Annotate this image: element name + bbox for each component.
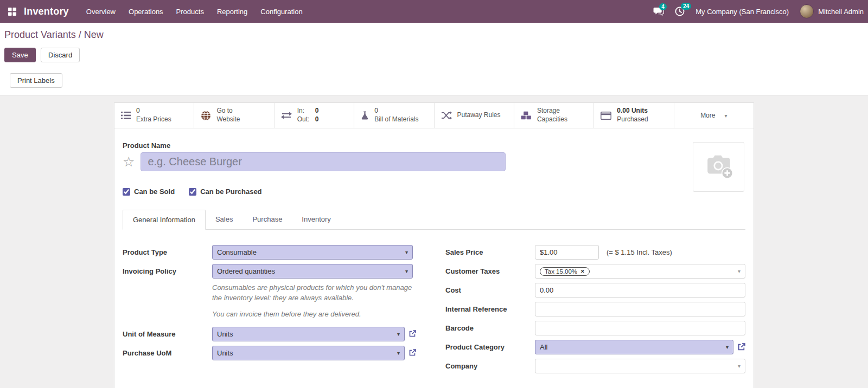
chevron-down-icon: ▾	[726, 344, 729, 350]
product-type-select[interactable]: Consumable ▾	[212, 245, 413, 260]
shuffle-icon	[441, 111, 452, 120]
apps-menu-icon[interactable]	[0, 7, 24, 16]
barcode-input[interactable]	[535, 321, 745, 335]
content-area: 0Extra Prices Go toWebsite In:0 Out:0 0B…	[0, 95, 868, 388]
uom-select[interactable]: Units ▾	[212, 327, 405, 341]
stat-button-putaway-rules[interactable]: Putaway Rules	[435, 103, 514, 128]
uom-label: Unit of Measure	[123, 330, 212, 338]
breadcrumb-parent[interactable]: Product Variants	[4, 29, 76, 40]
more-button[interactable]: More ▾	[674, 103, 754, 128]
stat-button-go-to-website[interactable]: Go toWebsite	[194, 103, 274, 128]
remove-tag-icon[interactable]: ✕	[580, 269, 585, 274]
stat-button-storage-capacities[interactable]: StorageCapacities	[514, 103, 594, 128]
customer-taxes-label: Customer Taxes	[445, 267, 535, 275]
form-left-column: Product Type Consumable ▾ Invoicing Poli…	[123, 245, 423, 365]
purchase-uom-external-link-icon[interactable]	[409, 349, 416, 357]
cubes-icon	[521, 111, 532, 120]
form-right-column: Sales Price (= $ 1.15 Incl. Taxes) Custo…	[445, 245, 745, 378]
product-type-label: Product Type	[123, 248, 212, 256]
user-menu[interactable]: Mitchell Admin	[800, 4, 864, 18]
menu-overview[interactable]: Overview	[80, 1, 122, 22]
internal-reference-input[interactable]	[535, 302, 745, 316]
invoicing-policy-label: Invoicing Policy	[123, 267, 212, 275]
tab-general-information[interactable]: General Information	[123, 210, 206, 230]
invoicing-help-text: You can invoice them before they are del…	[212, 309, 417, 320]
activities-button[interactable]: 24	[675, 7, 685, 16]
form-sheet: 0Extra Prices Go toWebsite In:0 Out:0 0B…	[114, 102, 754, 388]
invoicing-policy-select[interactable]: Ordered quantities ▾	[212, 264, 413, 279]
can-be-purchased-input[interactable]	[189, 188, 196, 196]
barcode-label: Barcode	[445, 324, 535, 332]
tax-tag[interactable]: Tax 15.00% ✕	[540, 267, 590, 276]
uom-external-link-icon[interactable]	[409, 330, 416, 338]
cost-input[interactable]	[535, 283, 745, 298]
save-button[interactable]: Save	[4, 48, 36, 62]
discard-button[interactable]: Discard	[41, 48, 80, 62]
menu-reporting[interactable]: Reporting	[210, 1, 254, 22]
sales-price-label: Sales Price	[445, 248, 535, 256]
app-title[interactable]: Inventory	[24, 6, 69, 17]
internal-reference-label: Internal Reference	[445, 305, 535, 313]
notebook-tabs: General Information Sales Purchase Inven…	[123, 210, 745, 230]
stat-button-box: 0Extra Prices Go toWebsite In:0 Out:0 0B…	[114, 103, 754, 128]
main-menu: Overview Operations Products Reporting C…	[80, 1, 309, 22]
product-image-upload[interactable]	[693, 142, 744, 192]
customer-taxes-field[interactable]: Tax 15.00% ✕ ▾	[535, 264, 745, 279]
breadcrumb-current: New	[84, 29, 104, 40]
company-field[interactable]: ▾	[535, 359, 745, 373]
tax-included-note: (= $ 1.15 Incl. Taxes)	[607, 248, 672, 256]
user-name: Mitchell Admin	[818, 8, 864, 16]
transfer-arrows-icon	[281, 111, 292, 120]
stat-button-extra-prices[interactable]: 0Extra Prices	[114, 103, 194, 128]
chevron-down-icon: ▾	[397, 331, 400, 337]
product-category-label: Product Category	[445, 343, 535, 351]
menu-configuration[interactable]: Configuration	[254, 1, 309, 22]
chevron-down-icon: ▾	[397, 350, 400, 356]
sales-price-input[interactable]	[535, 245, 599, 260]
stat-button-purchased[interactable]: 0.00 UnitsPurchased	[594, 103, 674, 128]
tab-inventory[interactable]: Inventory	[292, 210, 340, 229]
chevron-down-icon: ▾	[405, 268, 408, 274]
breadcrumb: Product Variants / New	[4, 29, 864, 41]
chevron-down-icon: ▾	[724, 113, 727, 119]
menu-products[interactable]: Products	[170, 1, 210, 22]
product-name-input[interactable]	[141, 152, 506, 171]
avatar	[800, 4, 814, 18]
can-be-purchased-checkbox[interactable]: Can be Purchased	[189, 187, 261, 196]
print-labels-button[interactable]: Print Labels	[10, 73, 62, 88]
stat-button-forecasted[interactable]: In:0 Out:0	[275, 103, 354, 128]
product-name-label: Product Name	[123, 141, 745, 150]
credit-card-icon	[601, 112, 611, 120]
stat-button-bill-of-materials[interactable]: 0Bill of Materials	[354, 103, 434, 128]
can-be-sold-input[interactable]	[123, 188, 130, 196]
top-navbar: Inventory Overview Operations Products R…	[0, 0, 868, 23]
camera-plus-icon	[704, 154, 733, 179]
chevron-down-icon: ▾	[405, 249, 408, 255]
activities-count-badge: 24	[681, 3, 691, 10]
purchase-uom-label: Purchase UoM	[123, 349, 212, 357]
list-icon	[121, 111, 131, 120]
company-label: Company	[445, 362, 535, 370]
purchase-uom-select[interactable]: Units ▾	[212, 346, 405, 360]
tab-purchase[interactable]: Purchase	[242, 210, 292, 229]
globe-icon	[201, 111, 211, 121]
control-panel: Product Variants / New Save Discard Prin…	[0, 23, 868, 95]
product-type-help-text: Consumables are physical products for wh…	[212, 283, 417, 303]
product-category-select[interactable]: All ▾	[535, 340, 733, 354]
company-switcher[interactable]: My Company (San Francisco)	[695, 8, 789, 16]
messages-button[interactable]: 4	[653, 7, 664, 16]
flask-icon	[361, 111, 369, 120]
chevron-down-icon: ▾	[738, 268, 741, 274]
product-category-external-link-icon[interactable]	[737, 343, 745, 351]
favorite-star-icon[interactable]: ☆	[123, 155, 135, 169]
tab-sales[interactable]: Sales	[206, 210, 243, 229]
chevron-down-icon: ▾	[738, 363, 741, 369]
messages-count-badge: 4	[659, 3, 667, 10]
menu-operations[interactable]: Operations	[122, 1, 170, 22]
can-be-sold-checkbox[interactable]: Can be Sold	[123, 187, 175, 196]
cost-label: Cost	[445, 286, 535, 294]
breadcrumb-separator: /	[79, 29, 81, 40]
